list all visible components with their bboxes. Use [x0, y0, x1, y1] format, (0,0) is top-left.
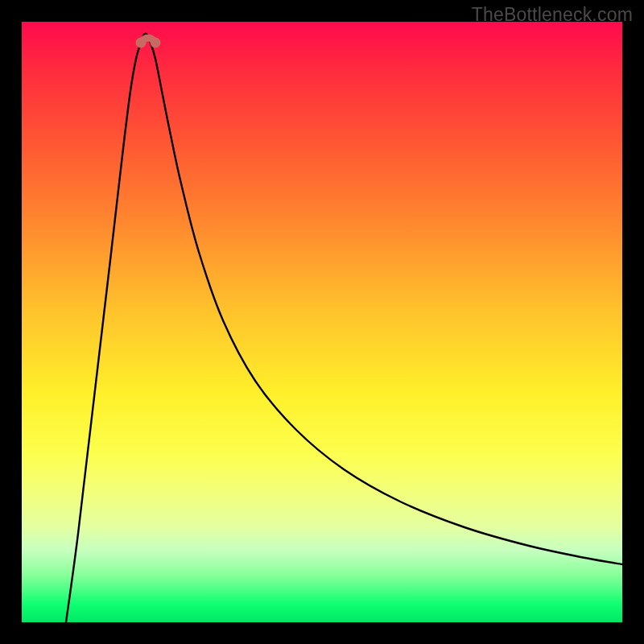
chart-frame: TheBottleneck.com — [0, 0, 644, 644]
chart-svg — [22, 22, 622, 622]
curve-marker — [136, 38, 147, 48]
watermark-text: TheBottleneck.com — [472, 4, 633, 26]
curve-marker — [151, 38, 161, 48]
plot-area — [22, 22, 622, 622]
bottleneck-curve — [66, 34, 622, 622]
